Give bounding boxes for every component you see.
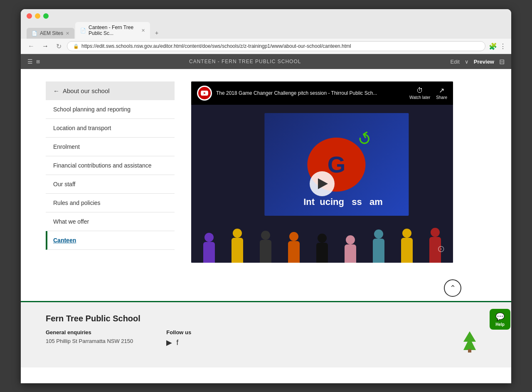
maximize-button[interactable] <box>43 13 49 19</box>
video-scene: ↺ G Int ucing ss am <box>191 105 453 263</box>
follow-us-label: Follow us <box>166 329 191 335</box>
video-corner-icon: ⊙ <box>437 244 445 254</box>
aem-toolbar: ☰ ⊞ CANTEEN - FERN TREE PUBLIC SCHOOL Ed… <box>21 54 511 69</box>
sidebar-item-school-planning[interactable]: School planning and reporting <box>46 100 175 119</box>
chevron-up-icon: ⌃ <box>450 284 456 293</box>
url-bar[interactable]: 🔒 https://edit.sws.schools.nsw.gov.au/ed… <box>67 41 485 51</box>
sidebar: ← About our school School planning and r… <box>46 81 175 263</box>
person-pink <box>338 235 363 263</box>
arrow-graphic: ↺ <box>354 127 375 150</box>
tab-close-aem[interactable]: ✕ <box>66 31 69 36</box>
aem-edit-button[interactable]: Edit <box>450 59 459 65</box>
content-area: The 2018 Game Changer Challenge pitch se… <box>191 81 453 263</box>
tab-icon: 📄 <box>32 31 37 36</box>
sidebar-item-financial[interactable]: Financial contributions and assistance <box>46 156 175 175</box>
minimize-button[interactable] <box>35 13 40 19</box>
person-purple <box>197 233 222 263</box>
tab-label: AEM Sites <box>40 30 63 36</box>
new-tab-button[interactable]: + <box>151 27 163 39</box>
sidebar-nav: School planning and reporting Location a… <box>46 100 175 250</box>
svg-rect-1 <box>468 349 471 353</box>
back-arrow-icon: ← <box>53 87 59 94</box>
help-chat-icon: 💬 <box>495 312 505 321</box>
tab-label-canteen: Canteen - Fern Tree Public Sc... <box>89 25 139 36</box>
help-label: Help <box>495 322 505 327</box>
youtube-social-icon[interactable]: ▶ <box>166 338 172 347</box>
footer-logo-area <box>453 329 486 356</box>
aem-settings-icon[interactable]: ⊟ <box>499 58 505 66</box>
aem-menu-icon[interactable]: ☰ <box>27 58 33 65</box>
video-header: The 2018 Game Changer Challenge pitch se… <box>191 81 453 105</box>
sidebar-item-canteen[interactable]: Canteen <box>46 231 175 250</box>
lock-icon: 🔒 <box>73 44 79 49</box>
video-title: The 2018 Game Changer Challenge pitch se… <box>216 90 405 96</box>
sidebar-item-rules[interactable]: Rules and policies <box>46 194 175 212</box>
tab-icon-canteen: 📄 <box>80 28 86 33</box>
scroll-top-area: ⌃ <box>21 275 478 301</box>
footer-social: Follow us ▶ f <box>166 329 191 356</box>
sidebar-item-what-we-offer[interactable]: What we offer <box>46 212 175 231</box>
help-button[interactable]: 💬 Help <box>490 309 510 330</box>
footer-school-name: Fern Tree Public School <box>46 314 486 323</box>
watch-later-button[interactable]: ⏱ Watch later <box>409 87 430 100</box>
video-container: The 2018 Game Changer Challenge pitch se… <box>191 81 453 263</box>
video-actions: ⏱ Watch later ↗ Share <box>409 86 447 100</box>
share-button[interactable]: ↗ Share <box>436 86 447 100</box>
url-text: https://edit.sws.schools.nsw.gov.au/edit… <box>81 43 479 49</box>
school-logo-icon <box>453 329 486 354</box>
reload-button[interactable]: ↻ <box>54 42 64 51</box>
scroll-to-top-button[interactable]: ⌃ <box>444 279 461 297</box>
forward-button[interactable]: → <box>40 42 51 51</box>
menu-icon[interactable]: ⋮ <box>500 42 506 50</box>
clock-icon: ⏱ <box>416 87 423 94</box>
back-button[interactable]: ← <box>26 42 37 51</box>
person-yellow <box>225 229 250 263</box>
aem-title: CANTEEN - FERN TREE PUBLIC SCHOOL <box>189 59 301 64</box>
play-button[interactable] <box>310 171 335 196</box>
title-bar: 📄 AEM Sites ✕ 📄 Canteen - Fern Tree Publ… <box>21 9 511 39</box>
sidebar-item-enrolment[interactable]: Enrolment <box>46 138 175 156</box>
footer-enquiries: General enquiries 105 Phillip St Parrama… <box>46 329 133 356</box>
tab-canteen[interactable]: 📄 Canteen - Fern Tree Public Sc... ✕ <box>75 22 150 39</box>
sidebar-item-our-staff[interactable]: Our staff <box>46 175 175 194</box>
person-black <box>310 234 335 263</box>
facebook-social-icon[interactable]: f <box>176 338 178 347</box>
enquiries-label: General enquiries <box>46 329 133 335</box>
video-thumbnail: ↺ G Int ucing ss am <box>191 105 453 263</box>
address: 105 Phillip St Parramatta NSW 2150 <box>46 338 133 344</box>
footer: Fern Tree Public School General enquirie… <box>21 301 511 367</box>
tab-aem-sites[interactable]: 📄 AEM Sites ✕ <box>27 28 74 39</box>
page-content: ← About our school School planning and r… <box>21 69 511 383</box>
browser-toolbar: ← → ↻ 🔒 https://edit.sws.schools.nsw.gov… <box>21 39 511 54</box>
sidebar-header[interactable]: ← About our school <box>46 81 175 100</box>
play-triangle-icon <box>318 178 328 189</box>
person-teal <box>366 229 391 263</box>
tab-close-canteen[interactable]: ✕ <box>141 28 145 33</box>
share-icon: ↗ <box>439 86 444 94</box>
extensions-icon[interactable]: 🧩 <box>489 42 497 50</box>
person-orange <box>281 232 306 263</box>
svg-marker-0 <box>463 331 476 350</box>
sidebar-item-location[interactable]: Location and transport <box>46 119 175 138</box>
close-button[interactable] <box>27 13 32 19</box>
sidebar-header-label: About our school <box>63 87 110 94</box>
youtube-logo <box>197 86 212 101</box>
aem-preview-button[interactable]: Preview <box>474 59 494 65</box>
person-dark1 <box>253 231 278 263</box>
person-yellow2 <box>394 229 419 263</box>
